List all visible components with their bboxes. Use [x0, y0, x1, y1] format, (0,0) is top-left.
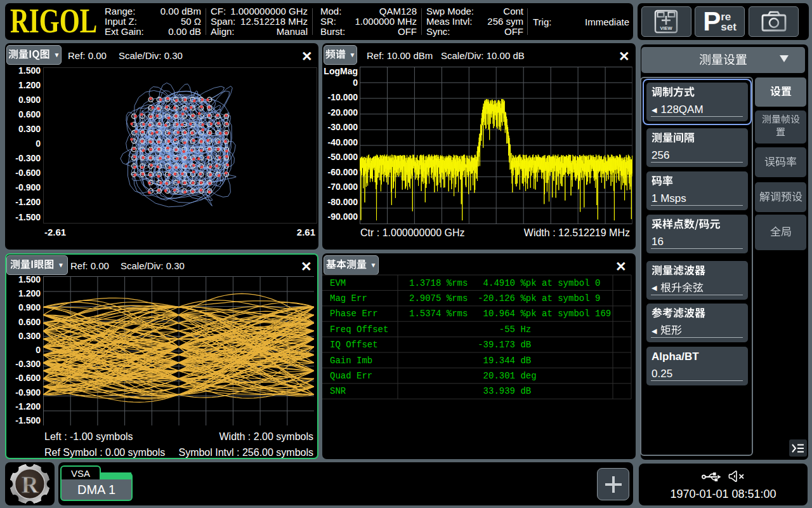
svg-text:R: R — [22, 472, 39, 498]
svg-text:VIEW: VIEW — [660, 25, 672, 31]
